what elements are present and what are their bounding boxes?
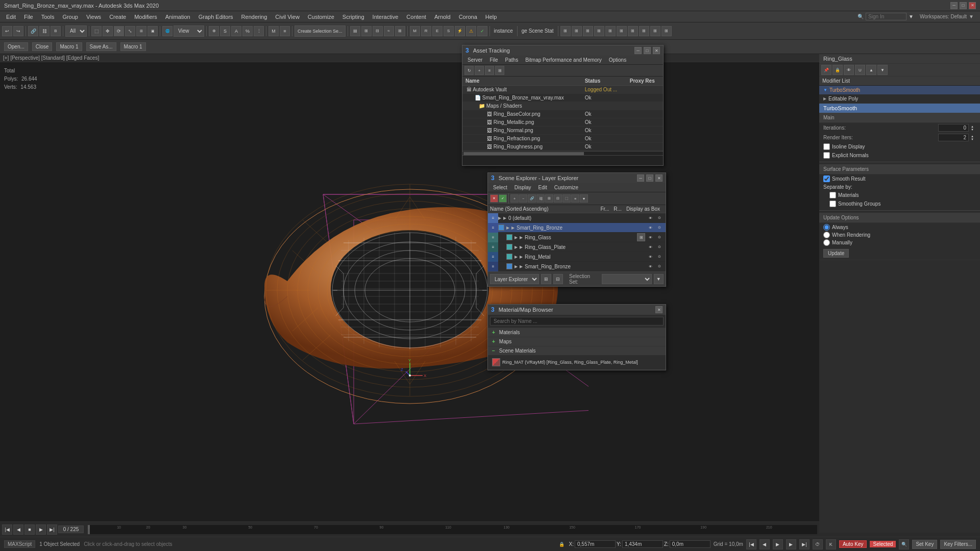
table-row[interactable]: 🖼 Ring_BaseColor.png Ok [462, 110, 663, 118]
scene-close-btn[interactable]: ✕ [655, 174, 663, 182]
material-search-input[interactable] [490, 317, 664, 325]
scene-maximize-btn[interactable]: □ [646, 174, 653, 182]
set-key-button[interactable]: Set Key [912, 540, 937, 549]
x-coord[interactable]: 0,557m [575, 540, 616, 548]
schematic-btn[interactable]: ⊞ [395, 26, 405, 36]
auto-key-button[interactable]: Auto Key [839, 540, 867, 548]
render-iters-spinner[interactable]: ▲ ▼ [971, 135, 976, 141]
toolbar-icon-7[interactable]: ⊞ [628, 26, 638, 36]
asset-options[interactable]: Options [606, 57, 629, 63]
select-filter-btn[interactable]: ▣ [148, 26, 158, 36]
menu-create[interactable]: Create [105, 13, 130, 21]
redo-button[interactable]: ↪ [13, 26, 23, 36]
scene-footer-btn-1[interactable]: ⊞ [541, 274, 551, 284]
menu-modifiers[interactable]: Modifiers [130, 13, 161, 21]
scene-menu-edit[interactable]: Edit [535, 184, 550, 191]
timeline-track[interactable]: 0 10 20 30 50 70 90 110 130 150 170 190 … [88, 525, 817, 534]
close-button-file[interactable]: Close [32, 42, 53, 51]
row-glass-icon-2[interactable]: 👁 [646, 233, 654, 241]
asset-paths[interactable]: Paths [502, 57, 522, 63]
toolbar-icon-1[interactable]: ⊞ [560, 26, 571, 36]
menu-content[interactable]: Content [402, 13, 430, 21]
asset-server[interactable]: Server [464, 57, 485, 63]
link-button[interactable]: 🔗 [28, 26, 38, 36]
row-si-icon-3[interactable]: ⊙ [655, 262, 664, 270]
layer-icon-5[interactable]: ≡ [488, 252, 498, 262]
row-si-icon-2[interactable]: 👁 [646, 262, 654, 270]
auto-backup-btn[interactable]: ⚡ [455, 26, 465, 36]
pivot-btn[interactable]: ⊕ [209, 26, 219, 36]
row-glass-icon-3[interactable]: ⊙ [655, 233, 664, 241]
scene-menu-display[interactable]: Display [511, 184, 534, 191]
asset-reload-btn[interactable]: ↻ [464, 66, 474, 75]
sb-time-config[interactable]: ⏱ [813, 539, 823, 549]
z-coord[interactable]: 0,0m [670, 540, 710, 548]
curve-editor-btn[interactable]: ≈ [384, 26, 394, 36]
sb-key-mode[interactable]: K [826, 539, 836, 549]
row-icon-3[interactable]: ⊙ [655, 214, 664, 222]
row-glass-icon-1[interactable]: ⊞ [637, 233, 645, 241]
isoline-checkbox[interactable] [823, 143, 830, 150]
user-search[interactable] [866, 13, 906, 20]
asset-close-btn[interactable]: ✕ [653, 47, 660, 54]
smoothing-groups-checkbox[interactable] [829, 201, 836, 207]
scene-menu-customize[interactable]: Customize [551, 184, 581, 191]
placement-tool[interactable]: ⊞ [136, 26, 146, 36]
row-metal-icon-1[interactable] [637, 253, 645, 261]
mod-icon-move-down[interactable]: ▼ [877, 65, 888, 75]
menu-corona[interactable]: Corona [455, 13, 481, 21]
menu-edit[interactable]: Edit [2, 13, 20, 21]
asset-maximize-btn[interactable]: □ [644, 47, 651, 54]
always-radio[interactable] [823, 224, 830, 231]
menu-group[interactable]: Group [58, 13, 82, 21]
rotate-tool[interactable]: ⟳ [114, 26, 124, 36]
scene-materials-header[interactable]: − Scene Materials [488, 346, 666, 355]
row-icon-1[interactable] [637, 214, 645, 222]
asset-bitmap-perf[interactable]: Bitmap Performance and Memory [522, 57, 605, 63]
manually-radio[interactable] [823, 239, 830, 246]
asset-minimize-btn[interactable]: ─ [634, 47, 642, 54]
menu-civil-view[interactable]: Civil View [271, 13, 303, 21]
row-si-icon-1[interactable] [637, 262, 645, 270]
scale-tool[interactable]: ⤡ [125, 26, 135, 36]
update-button[interactable]: Update [823, 249, 849, 258]
mod-icon-move-up[interactable]: ▲ [866, 65, 876, 75]
scene-smart-ring-bronze-inner-row[interactable]: ▶ ▶ Smart_Ring_Bronze 👁 ⊙ [488, 262, 666, 271]
row-icon-2[interactable]: 👁 [646, 214, 654, 222]
toolbar-icon-5[interactable]: ⊞ [605, 26, 616, 36]
scene-type-dropdown[interactable]: Layer Explorer [490, 274, 539, 284]
ring-mat-item[interactable]: Ring_MAT (VRayMtl) [Ring_Glass, Ring_Gla… [490, 357, 664, 367]
asset-grid-btn[interactable]: ⊞ [495, 66, 504, 75]
move-tool[interactable]: ✥ [103, 26, 113, 36]
layer-icon-2[interactable]: ≡ [488, 223, 498, 233]
toolbar-icon-3[interactable]: ⊞ [583, 26, 593, 36]
table-row[interactable]: 📁 Maps / Shaders [462, 102, 663, 110]
iterations-input[interactable] [938, 124, 969, 132]
layer-icon-6[interactable]: ≡ [488, 262, 498, 271]
scene-invert-sel[interactable]: ⬚ [562, 194, 571, 203]
scene-layer-default-row[interactable]: ▶ ▶ 0 (default) 👁 ⊙ [488, 213, 666, 223]
macro1-button-2[interactable]: Macro 1 [120, 42, 146, 51]
toolbar-icon-6[interactable]: ⊞ [617, 26, 627, 36]
asset-file[interactable]: File [486, 57, 501, 63]
scene-add-layer[interactable]: + [510, 194, 519, 203]
env-effects-btn[interactable]: E [432, 26, 443, 36]
menu-file[interactable]: File [20, 13, 37, 21]
scene-expand-all[interactable]: ▼ [580, 194, 588, 203]
mod-icon-unique[interactable]: U [855, 65, 865, 75]
layer-icon-3[interactable]: ≡ [488, 233, 498, 242]
key-filters-button[interactable]: Key Filters... [940, 540, 976, 549]
angle-snap[interactable]: A [231, 26, 241, 36]
table-row[interactable]: 📄 Smart_Ring_Bronze_max_vray.max Ok [462, 94, 663, 102]
mod-icon-lock[interactable]: 🔒 [832, 65, 843, 75]
layer-icon-1[interactable]: ≡ [488, 213, 498, 223]
toolbar-icon-9[interactable]: ⊞ [650, 26, 660, 36]
scene-deselect-all[interactable]: ⊟ [554, 194, 562, 203]
explicit-normals-checkbox[interactable] [823, 152, 830, 159]
sb-search[interactable]: 🔍 [899, 539, 909, 549]
toolbar-icon-4[interactable]: ⊞ [594, 26, 604, 36]
row-smart-icon-2[interactable]: 👁 [646, 223, 654, 232]
table-row[interactable]: 🖼 Ring_Metallic.png Ok [462, 118, 663, 127]
asset-scrollbar[interactable] [462, 151, 663, 155]
modifier-item-editablepoly[interactable]: ▶ Editable Poly [819, 94, 980, 103]
